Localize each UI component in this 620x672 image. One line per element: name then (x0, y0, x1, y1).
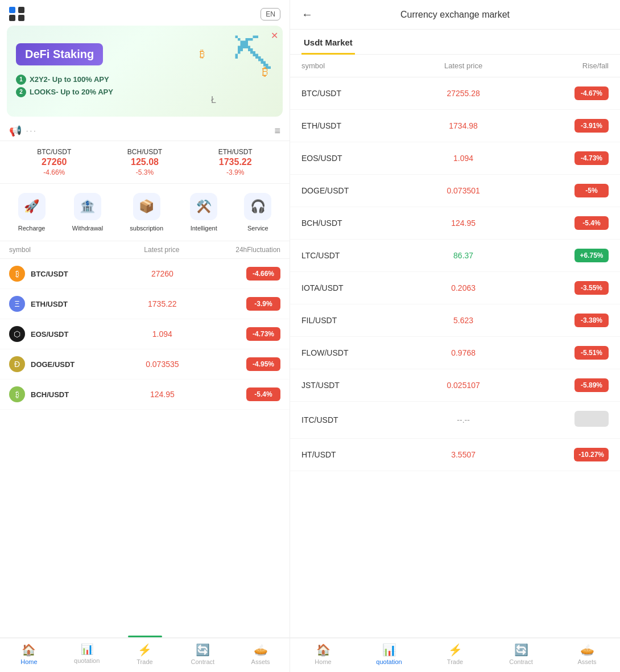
rr-symbol: BTC/USDT (301, 89, 401, 98)
rr-price: 1734.98 (401, 121, 526, 130)
mr-btc-symbol: BTC/USDT (31, 270, 111, 278)
right-bottom-nav: 🏠 Home 📊 quotation ⚡ Trade 🔄 Contract 🥧 … (290, 637, 620, 672)
action-withdrawal-label: Withdrawal (72, 225, 103, 232)
right-row[interactable]: JST/USDT0.025107-5.89% (290, 369, 620, 402)
market-table: ₿ BTC/USDT 27260 -4.66% Ξ ETH/USDT 1735.… (0, 259, 290, 636)
btc-coin-icon: ₿ (9, 266, 25, 282)
ticker-eth-symbol: ETH/USDT (218, 148, 253, 156)
action-recharge-label: Recharge (18, 225, 46, 232)
right-row[interactable]: DOGE/USDT0.073501-5% (290, 175, 620, 207)
rr-price: --.-- (401, 415, 526, 424)
market-row-doge[interactable]: Ð DOGE/USDT 0.073535 -4.95% (0, 349, 290, 380)
left-nav-contract[interactable]: 🔄 Contract (185, 643, 220, 665)
right-nav-quotation[interactable]: 📊 quotation (372, 643, 406, 665)
usdt-market-tab[interactable]: Usdt Market (301, 30, 355, 55)
rr-change: -3.38% (526, 314, 609, 327)
right-home-icon: 🏠 (316, 643, 330, 657)
col-change: 24hFluctuation (213, 246, 280, 254)
ticker-btc[interactable]: BTC/USDT 27260 -4.66% (37, 148, 71, 176)
close-banner-icon[interactable]: ✕ (271, 30, 278, 41)
right-row[interactable]: BTC/USDT27255.28-4.67% (290, 77, 620, 110)
right-trade-icon: ⚡ (448, 643, 462, 657)
right-row[interactable]: ITC/USDT--.-- (290, 402, 620, 439)
rr-price: 3.5507 (401, 450, 526, 459)
intelligent-icon: ⚒️ (190, 193, 217, 220)
action-intelligent-label: Intelligent (191, 225, 217, 232)
rr-symbol: DOGE/USDT (301, 186, 401, 195)
rr-price: 0.025107 (401, 381, 526, 390)
doge-coin-icon: Ð (9, 356, 25, 372)
bitcoin-float-icon-2: ₿ (200, 48, 205, 60)
back-button[interactable]: ← (301, 8, 313, 21)
left-nav-home[interactable]: 🏠 Home (12, 643, 46, 665)
rr-change: -5.51% (526, 346, 609, 360)
left-nav-quotation[interactable]: 📊 quotation (70, 643, 104, 665)
right-table: BTC/USDT27255.28-4.67%ETH/USDT1734.98-3.… (290, 77, 620, 637)
right-nav-assets[interactable]: 🥧 Assets (570, 643, 604, 665)
ticker-btc-symbol: BTC/USDT (37, 148, 71, 156)
right-row[interactable]: FLOW/USDT0.9768-5.51% (290, 337, 620, 369)
megaphone-icon: 📢 (9, 125, 22, 137)
contract-icon: 🔄 (196, 643, 210, 657)
mr-eos-symbol: EOS/USDT (31, 330, 111, 339)
mr-eth-change: -3.9% (213, 297, 280, 311)
rr-change: +6.75% (526, 249, 609, 262)
ticker-bch-price: 125.08 (127, 157, 162, 167)
action-recharge[interactable]: 🚀 Recharge (18, 193, 46, 232)
ticker-bch[interactable]: BCH/USDT 125.08 -5.3% (127, 148, 162, 176)
rr-symbol: HT/USDT (301, 450, 401, 459)
mr-doge-change: -4.95% (213, 357, 280, 371)
right-nav-assets-label: Assets (577, 658, 596, 665)
right-row[interactable]: FIL/USDT5.623-3.38% (290, 304, 620, 337)
left-nav-assets[interactable]: 🥧 Assets (243, 643, 278, 665)
right-col-symbol: symbol (301, 61, 401, 70)
ticker-btc-change: -4.66% (37, 168, 71, 176)
right-row[interactable]: HT/USDT3.5507-10.27% (290, 439, 620, 471)
rr-change (526, 411, 609, 429)
market-row-btc[interactable]: ₿ BTC/USDT 27260 -4.66% (0, 259, 290, 289)
service-icon: 🎧 (244, 193, 271, 220)
bitcoin-float-icon: ₿ (262, 65, 268, 79)
action-withdrawal[interactable]: 🏦 Withdrawal (72, 193, 103, 232)
mr-eth-price: 1735.22 (111, 299, 213, 308)
quick-actions: 🚀 Recharge 🏦 Withdrawal 📦 subscription ⚒… (0, 184, 290, 241)
right-nav-home[interactable]: 🏠 Home (306, 643, 340, 665)
ticker-text: · · · (26, 127, 36, 135)
lang-button[interactable]: EN (261, 8, 280, 20)
right-row[interactable]: IOTA/USDT0.2063-3.55% (290, 272, 620, 304)
right-row[interactable]: EOS/USDT1.094-4.73% (290, 142, 620, 175)
right-nav-trade[interactable]: ⚡ Trade (438, 643, 472, 665)
rr-change: -4.67% (526, 86, 609, 100)
action-service[interactable]: 🎧 Service (244, 193, 271, 232)
eos-coin-icon: ⬡ (9, 326, 25, 342)
right-row[interactable]: ETH/USDT1734.98-3.91% (290, 110, 620, 142)
ticker-eth[interactable]: ETH/USDT 1735.22 -3.9% (218, 148, 253, 176)
right-row[interactable]: LTC/USDT86.37+6.75% (290, 240, 620, 272)
left-panel: EN DeFi Staking 1 X2Y2- Up to 100% APY 2… (0, 0, 290, 672)
withdrawal-icon: 🏦 (74, 193, 101, 220)
rr-price: 5.623 (401, 316, 526, 325)
market-row-eth[interactable]: Ξ ETH/USDT 1735.22 -3.9% (0, 289, 290, 319)
right-contract-icon: 🔄 (514, 643, 528, 657)
trade-icon: ⚡ (138, 643, 152, 657)
right-nav-contract[interactable]: 🔄 Contract (504, 643, 538, 665)
market-row-eos[interactable]: ⬡ EOS/USDT 1.094 -4.73% (0, 319, 290, 349)
col-symbol: symbol (9, 246, 111, 254)
right-col-price: Latest price (401, 61, 526, 70)
left-nav-trade[interactable]: ⚡ Trade (127, 643, 162, 665)
right-panel-title: Currency exchange market (322, 10, 609, 20)
rr-price: 27255.28 (401, 89, 526, 98)
ticker-bch-symbol: BCH/USDT (127, 148, 162, 156)
right-panel: ← Currency exchange market Usdt Market s… (290, 0, 620, 672)
mr-eos-change: -4.73% (213, 327, 280, 341)
mr-btc-price: 27260 (111, 269, 213, 278)
banner-left: DeFi Staking 1 X2Y2- Up to 100% APY 2 LO… (16, 43, 200, 100)
right-row[interactable]: BCH/USDT124.95-5.4% (290, 207, 620, 240)
action-subscription[interactable]: 📦 subscription (130, 193, 163, 232)
market-row-bch[interactable]: ₿ BCH/USDT 124.95 -5.4% (0, 380, 290, 410)
rr-change: -5% (526, 184, 609, 197)
price-ticker: BTC/USDT 27260 -4.66% BCH/USDT 125.08 -5… (0, 141, 290, 184)
right-nav-contract-label: Contract (509, 658, 533, 665)
action-intelligent[interactable]: ⚒️ Intelligent (190, 193, 217, 232)
list-icon[interactable]: ≡ (274, 125, 280, 137)
